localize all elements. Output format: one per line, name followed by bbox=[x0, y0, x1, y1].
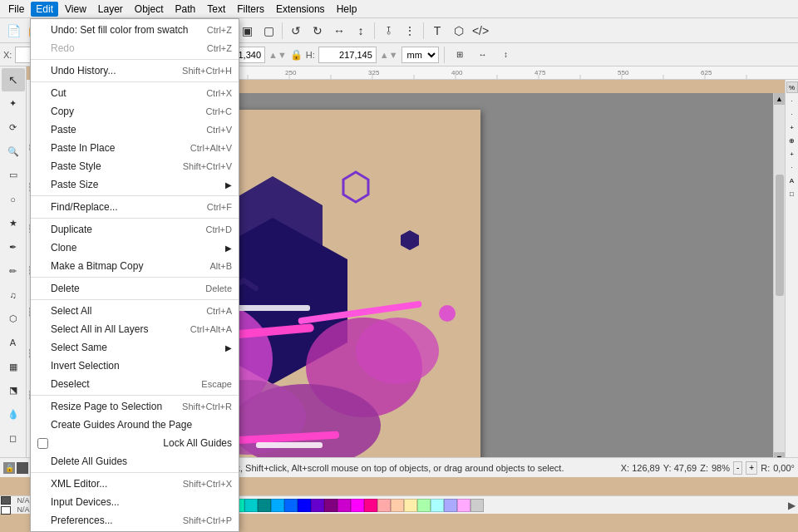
menu-item-preferences[interactable]: Preferences...Shift+Ctrl+P bbox=[31, 511, 239, 530]
snap-2[interactable]: · bbox=[786, 108, 798, 120]
star-tool[interactable]: ★ bbox=[2, 212, 25, 235]
menu-item-paste-in-place[interactable]: Paste In PlaceCtrl+Alt+V bbox=[31, 139, 239, 157]
color-swatch[interactable] bbox=[417, 499, 431, 512]
snap-7[interactable]: A bbox=[786, 175, 798, 186]
menu-item-lock-guides[interactable]: Lock All Guides bbox=[31, 434, 239, 452]
color-swatch[interactable] bbox=[337, 499, 351, 512]
vscrollbar[interactable]: ▲ ▼ bbox=[773, 93, 785, 464]
menu-item-invert-selection[interactable]: Invert Selection bbox=[31, 357, 239, 375]
zoom-decrease-btn[interactable]: - bbox=[733, 461, 742, 475]
transform-btn[interactable]: ⬡ bbox=[449, 21, 469, 41]
menu-help[interactable]: Help bbox=[332, 2, 362, 17]
h-input[interactable] bbox=[318, 47, 377, 63]
selector-tool[interactable]: ↖ bbox=[2, 68, 25, 91]
color-swatch[interactable] bbox=[457, 499, 470, 512]
menu-filters[interactable]: Filters bbox=[232, 2, 269, 17]
menu-item-deselect[interactable]: DeselectEscape bbox=[31, 375, 239, 393]
palette-scroll-right[interactable]: ▶ bbox=[785, 497, 798, 514]
stroke-swatch[interactable] bbox=[1, 506, 11, 515]
menu-path[interactable]: Path bbox=[170, 2, 201, 17]
lock-aspect-btn[interactable]: ⊞ bbox=[450, 45, 470, 65]
color-swatch[interactable] bbox=[258, 499, 271, 512]
color-swatch[interactable] bbox=[298, 499, 311, 512]
ungroup-btn[interactable]: ▢ bbox=[259, 21, 278, 41]
snap-5[interactable]: + bbox=[786, 148, 798, 160]
snap-1[interactable]: · bbox=[786, 95, 798, 106]
menu-item-select-same[interactable]: Select Same▶ bbox=[31, 338, 239, 357]
menu-item-delete-guides[interactable]: Delete All Guides bbox=[31, 452, 239, 470]
zoom-increase-btn[interactable]: + bbox=[746, 461, 757, 475]
flip-h-btn[interactable]: ↔ bbox=[329, 21, 349, 41]
menu-item-paste[interactable]: PasteCtrl+V bbox=[31, 121, 239, 139]
color-swatch[interactable] bbox=[470, 499, 484, 512]
new-btn[interactable]: 📄 bbox=[3, 21, 23, 41]
color-swatch[interactable] bbox=[271, 499, 284, 512]
menu-item-delete[interactable]: DeleteDelete bbox=[31, 279, 239, 298]
color-swatch[interactable] bbox=[364, 499, 377, 512]
text-btn[interactable]: T bbox=[427, 21, 447, 41]
snap-4[interactable]: ⊕ bbox=[786, 135, 798, 146]
color-swatch[interactable] bbox=[404, 499, 417, 512]
menu-item-clone[interactable]: Clone▶ bbox=[31, 239, 239, 257]
paint-bucket-tool[interactable]: ⬡ bbox=[2, 308, 25, 331]
node-tool[interactable]: ✦ bbox=[2, 92, 25, 116]
tweak-tool[interactable]: ⟳ bbox=[2, 116, 25, 140]
menu-extensions[interactable]: Extensions bbox=[271, 2, 330, 17]
lock-icon[interactable]: 🔒 bbox=[3, 462, 15, 474]
snap-3[interactable]: + bbox=[786, 121, 798, 133]
gradient-tool[interactable]: ▦ bbox=[2, 355, 25, 378]
group-btn[interactable]: ▣ bbox=[237, 21, 257, 41]
vscroll-thumb[interactable] bbox=[776, 175, 784, 296]
menu-item-cut[interactable]: CutCtrl+X bbox=[31, 84, 239, 102]
pen-tool[interactable]: ✒ bbox=[2, 235, 25, 259]
pencil-tool[interactable]: ✏ bbox=[2, 259, 25, 283]
snap-toggle[interactable]: % bbox=[786, 81, 798, 93]
dropper-tool[interactable]: 💧 bbox=[2, 403, 25, 426]
flip-x-btn[interactable]: ↔ bbox=[473, 45, 493, 65]
color-swatch[interactable] bbox=[244, 499, 258, 512]
connector-tool[interactable]: ⬔ bbox=[2, 379, 25, 402]
menu-item-undo-history[interactable]: Undo History...Shift+Ctrl+H bbox=[31, 62, 239, 80]
zoom-tool[interactable]: 🔍 bbox=[2, 140, 25, 163]
menu-item-make-bitmap-copy[interactable]: Make a Bitmap CopyAlt+B bbox=[31, 257, 239, 275]
menu-text[interactable]: Text bbox=[202, 2, 230, 17]
menu-object[interactable]: Object bbox=[130, 2, 169, 17]
unit-select[interactable]: mm px cm in pt bbox=[401, 47, 439, 63]
menu-file[interactable]: File bbox=[3, 2, 29, 17]
menu-item-select-all[interactable]: Select AllCtrl+A bbox=[31, 302, 239, 320]
xml-btn[interactable]: </> bbox=[470, 21, 490, 41]
snap-6[interactable]: · bbox=[786, 161, 798, 173]
menu-item-paste-size[interactable]: Paste Size▶ bbox=[31, 175, 239, 194]
color-swatch[interactable] bbox=[431, 499, 444, 512]
menu-item-create-guides[interactable]: Create Guides Around the Page bbox=[31, 416, 239, 434]
menu-view[interactable]: View bbox=[60, 2, 91, 17]
rect-tool[interactable]: ▭ bbox=[2, 164, 25, 187]
color-swatch[interactable] bbox=[284, 499, 298, 512]
menu-item-resize-page[interactable]: Resize Page to SelectionShift+Ctrl+R bbox=[31, 397, 239, 416]
flip-v-btn[interactable]: ↕ bbox=[351, 21, 371, 41]
menu-item-duplicate[interactable]: DuplicateCtrl+D bbox=[31, 220, 239, 239]
rotate-left-btn[interactable]: ↺ bbox=[286, 21, 306, 41]
menu-item-paste-style[interactable]: Paste StyleShift+Ctrl+V bbox=[31, 157, 239, 175]
menu-item-select-all-layers[interactable]: Select All in All LayersCtrl+Alt+A bbox=[31, 320, 239, 338]
color-swatch[interactable] bbox=[377, 499, 391, 512]
menu-item-undo[interactable]: Undo: Set fill color from swatchCtrl+Z bbox=[31, 21, 239, 39]
vscroll-up[interactable]: ▲ bbox=[774, 93, 786, 105]
menu-layer[interactable]: Layer bbox=[93, 2, 128, 17]
color-swatch[interactable] bbox=[444, 499, 457, 512]
color-swatch[interactable] bbox=[324, 499, 337, 512]
erase-tool[interactable]: ◻ bbox=[2, 426, 25, 450]
menu-item-copy[interactable]: CopyCtrl+C bbox=[31, 102, 239, 121]
fill-swatch[interactable] bbox=[1, 496, 11, 505]
nodes-btn[interactable]: ⋮ bbox=[400, 21, 420, 41]
menu-item-find-replace[interactable]: Find/Replace...Ctrl+F bbox=[31, 198, 239, 216]
calligraphy-tool[interactable]: ♫ bbox=[2, 283, 25, 307]
checkbox-lock-guides[interactable] bbox=[37, 438, 48, 449]
circle-tool[interactable]: ○ bbox=[2, 188, 25, 211]
color-swatch[interactable] bbox=[391, 499, 404, 512]
color-swatch[interactable] bbox=[311, 499, 324, 512]
text-tool[interactable]: A bbox=[2, 331, 25, 354]
flip-y-btn[interactable]: ↕ bbox=[496, 45, 516, 65]
color-swatch[interactable] bbox=[351, 499, 364, 512]
menu-item-xml-editor[interactable]: XML Editor...Shift+Ctrl+X bbox=[31, 475, 239, 493]
